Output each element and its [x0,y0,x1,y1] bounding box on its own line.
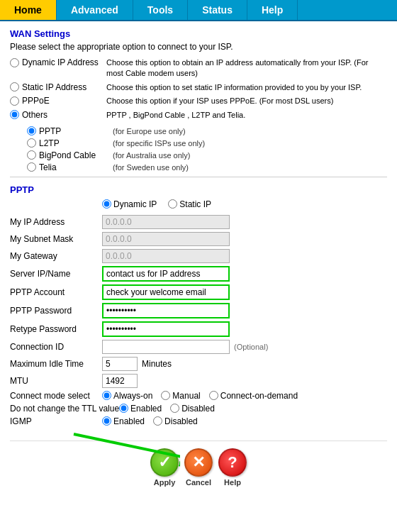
nav-tools[interactable]: Tools [133,0,188,20]
mtu-input[interactable] [102,374,138,388]
static-desc: Choose this option to set static IP info… [106,82,387,93]
ttl-group: Enabled Disabled [119,404,215,414]
others-label: Others [22,110,47,120]
radio-igmp-enabled[interactable] [102,416,111,426]
pppoe-desc: Choose this option if your ISP uses PPPo… [106,96,387,106]
connect-mode-label: Connect mode select [10,391,102,401]
my-ip-input[interactable] [102,215,230,229]
radio-pppoe[interactable] [10,96,19,106]
pptp-password-input[interactable] [102,303,230,318]
nav-help[interactable]: Help [247,0,298,20]
sub-options: PPTP (for Europe use only) L2TP (for spe… [27,126,387,172]
pptp-section: PPTP Dynamic IP Static IP My IP Address … [10,184,387,426]
apply-icon: ✓ [150,448,179,477]
field-row-pptp-password: PPTP Password [10,303,387,318]
pptp-sub-desc: (for Europe use only) [113,127,186,135]
pptp-account-input[interactable] [102,284,230,300]
always-on-label: Always-on [113,391,152,401]
field-row-subnet: My Subnet Mask [10,232,387,246]
pptp-account-label: PPTP Account [10,287,102,297]
nav-advanced[interactable]: Advanced [57,0,133,20]
option-row-dynamic: Dynamic IP Address Choose this option to… [10,57,387,79]
connect-mode-group: Always-on Manual Connect-on-demand [102,391,298,401]
help-icon: ? [218,448,247,477]
idle-time-suffix: Minutes [142,359,172,369]
ttl-label: Do not change the TTL value [10,404,119,414]
igmp-label: IGMP [10,416,102,426]
idle-time-input[interactable] [102,357,138,371]
radio-dynamic[interactable] [10,58,19,67]
field-row-my-ip: My IP Address [10,215,387,229]
ip-type-row: Dynamic IP Static IP [102,199,387,209]
radio-others[interactable] [10,110,19,119]
option-label-static: Static IP Address [10,82,102,92]
connection-id-input[interactable] [102,340,230,354]
radio-ttl-disabled[interactable] [170,404,179,413]
manual-option: Manual [161,391,200,401]
pppoe-label: PPPoE [22,96,50,106]
igmp-disabled-option: Disabled [153,416,198,426]
dynamic-ip-label: Dynamic IP [113,199,157,209]
field-row-connection-id: Connection ID (Optional) [10,340,387,354]
cancel-label: Cancel [186,478,211,487]
help-button[interactable]: ? Help [218,448,247,487]
gateway-input[interactable] [102,249,230,263]
bigpond-sub-desc: (for Australia use only) [113,151,190,160]
pptp-sub-label: PPTP [39,126,110,136]
field-row-gateway: My Gateway [10,249,387,263]
ttl-enabled-label: Enabled [130,404,162,414]
retype-password-input[interactable] [102,321,230,337]
radio-igmp-disabled[interactable] [153,416,162,426]
main-content: WAN Settings Please select the appropria… [0,21,397,501]
field-row-connect-mode: Connect mode select Always-on Manual Con… [10,391,387,401]
ttl-disabled-option: Disabled [170,404,215,414]
radio-dynamic-ip[interactable] [102,199,111,209]
ttl-disabled-label: Disabled [181,404,215,414]
field-row-idle-time: Maximum Idle Time Minutes [10,357,387,371]
option-row-others: Others PPTP , BigPond Cable , L2TP and T… [10,110,387,121]
radio-connect-on-demand[interactable] [209,391,218,400]
static-ip-option: Static IP [168,199,211,209]
cancel-icon: ✕ [184,448,213,477]
static-label: Static IP Address [22,82,86,92]
bigpond-sub-label: BigPond Cable [39,150,110,160]
dynamic-label: Dynamic IP Address [22,57,99,67]
subnet-input[interactable] [102,232,230,246]
igmp-enabled-label: Enabled [113,416,145,426]
radio-l2tp[interactable] [27,138,36,148]
dynamic-desc: Choose this option to obtain an IP addre… [106,57,387,79]
igmp-enabled-option: Enabled [102,416,145,426]
radio-telia[interactable] [27,162,36,172]
connect-on-demand-option: Connect-on-demand [209,391,298,401]
radio-ttl-enabled[interactable] [119,404,128,413]
server-ip-input[interactable] [102,266,230,282]
apply-button[interactable]: ✓ Apply [150,448,179,487]
sub-option-pptp: PPTP (for Europe use only) [27,126,387,136]
l2tp-sub-label: L2TP [39,138,110,148]
radio-static-ip[interactable] [168,199,177,209]
igmp-disabled-label: Disabled [164,416,198,426]
sub-option-l2tp: L2TP (for specific ISPs use only) [27,138,387,148]
radio-pptp[interactable] [27,126,36,135]
nav-home[interactable]: Home [0,0,57,20]
cancel-button[interactable]: ✕ Cancel [184,448,213,487]
sub-option-telia: Telia (for Sweden use only) [27,162,387,172]
apply-label: Apply [154,478,176,487]
igmp-group: Enabled Disabled [102,416,198,426]
static-ip-label: Static IP [179,199,211,209]
bottom-area: ✓ Apply ✕ Cancel ? Help [10,440,387,494]
radio-always-on[interactable] [102,391,111,400]
field-row-igmp: IGMP Enabled Disabled [10,416,387,426]
nav-status[interactable]: Status [188,0,247,20]
radio-manual[interactable] [161,391,170,400]
field-row-server-ip: Server IP/Name [10,266,387,282]
subnet-label: My Subnet Mask [10,234,102,244]
field-row-mtu: MTU [10,374,387,388]
radio-bigpond[interactable] [27,150,36,160]
radio-static[interactable] [10,82,19,92]
sub-option-bigpond: BigPond Cable (for Australia use only) [27,150,387,160]
wan-intro-text: Please select the appropriate option to … [10,42,387,52]
option-row-pppoe: PPPoE Choose this option if your ISP use… [10,96,387,106]
telia-sub-desc: (for Sweden use only) [113,163,189,172]
mtu-label: MTU [10,376,102,386]
